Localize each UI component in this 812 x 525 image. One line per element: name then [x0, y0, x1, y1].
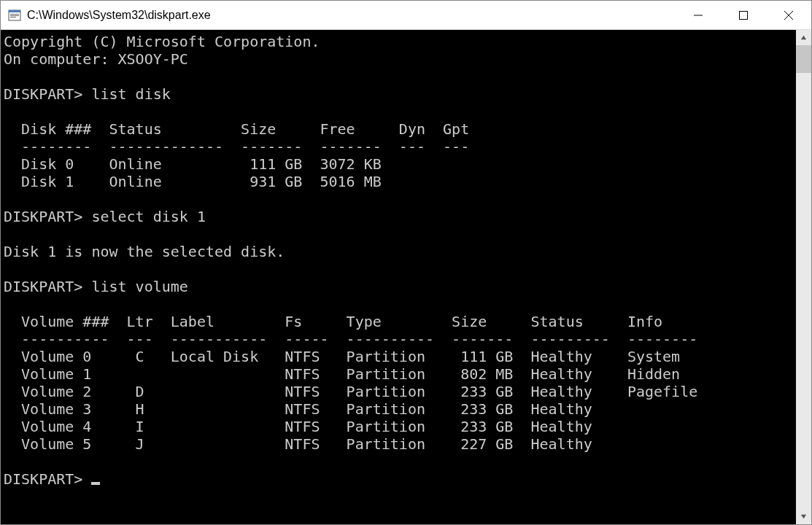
window-title: C:\Windows\System32\diskpart.exe: [27, 1, 676, 30]
app-icon: [8, 9, 21, 22]
minimize-button[interactable]: [676, 1, 721, 30]
terminal-cursor: [91, 482, 100, 485]
svg-marker-10: [801, 515, 806, 518]
maximize-button[interactable]: [721, 1, 766, 30]
close-button[interactable]: [766, 1, 811, 30]
svg-rect-4: [10, 17, 16, 18]
vertical-scrollbar[interactable]: [796, 30, 811, 524]
svg-rect-1: [9, 10, 20, 12]
svg-rect-2: [10, 14, 19, 15]
content-area: Copyright (C) Microsoft Corporation. On …: [1, 30, 811, 524]
scroll-down-button[interactable]: [796, 509, 811, 524]
terminal-output[interactable]: Copyright (C) Microsoft Corporation. On …: [1, 30, 796, 524]
scroll-up-button[interactable]: [796, 30, 811, 45]
titlebar: C:\Windows\System32\diskpart.exe: [1, 1, 811, 30]
window-controls: [676, 1, 811, 29]
svg-marker-9: [801, 36, 806, 39]
scroll-thumb[interactable]: [796, 45, 811, 73]
svg-rect-3: [10, 15, 19, 16]
svg-rect-6: [740, 12, 748, 20]
